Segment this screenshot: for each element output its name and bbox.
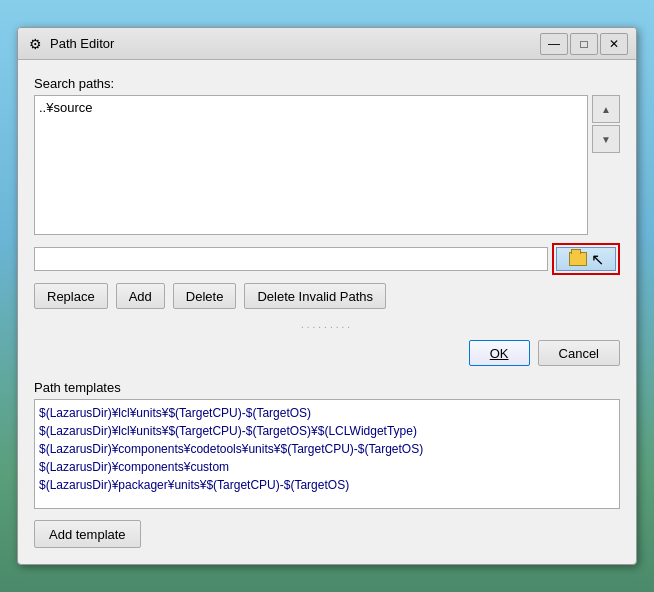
search-paths-label: Search paths:: [34, 76, 620, 91]
path-templates-label: Path templates: [34, 380, 620, 395]
browse-button[interactable]: ↖: [556, 247, 616, 271]
path-input[interactable]: [34, 247, 548, 271]
close-button[interactable]: ✕: [600, 33, 628, 55]
folder-icon: [569, 252, 587, 266]
action-buttons-row: Replace Add Delete Delete Invalid Paths: [34, 283, 620, 309]
window-title: Path Editor: [50, 36, 540, 51]
window-icon: ⚙: [26, 35, 44, 53]
dialog-buttons-row: OK Cancel: [34, 340, 620, 366]
window-controls: — □ ✕: [540, 33, 628, 55]
delete-button[interactable]: Delete: [173, 283, 237, 309]
ok-label: OK: [490, 346, 509, 361]
cancel-button[interactable]: Cancel: [538, 340, 620, 366]
path-templates-textarea[interactable]: $(LazarusDir)¥lcl¥units¥$(TargetCPU)-$(T…: [34, 399, 620, 509]
path-input-row: ↖: [34, 243, 620, 275]
scroll-down-button[interactable]: ▼: [592, 125, 620, 153]
delete-invalid-button[interactable]: Delete Invalid Paths: [244, 283, 386, 309]
search-paths-textarea[interactable]: ..¥source: [34, 95, 588, 235]
path-editor-window: ⚙ Path Editor — □ ✕ Search paths: ..¥sou…: [17, 27, 637, 565]
replace-button[interactable]: Replace: [34, 283, 108, 309]
title-bar: ⚙ Path Editor — □ ✕: [18, 28, 636, 60]
browse-button-wrapper: ↖: [552, 243, 620, 275]
add-template-button[interactable]: Add template: [34, 520, 141, 548]
maximize-button[interactable]: □: [570, 33, 598, 55]
ok-button[interactable]: OK: [469, 340, 530, 366]
dots-separator: .........: [34, 319, 620, 330]
search-paths-container: ..¥source ▲ ▼: [34, 95, 620, 235]
scroll-up-button[interactable]: ▲: [592, 95, 620, 123]
cursor-indicator: ↖: [591, 250, 604, 269]
minimize-button[interactable]: —: [540, 33, 568, 55]
scroll-buttons: ▲ ▼: [592, 95, 620, 235]
add-button[interactable]: Add: [116, 283, 165, 309]
window-body: Search paths: ..¥source ▲ ▼ ↖ Replace Ad…: [18, 60, 636, 564]
